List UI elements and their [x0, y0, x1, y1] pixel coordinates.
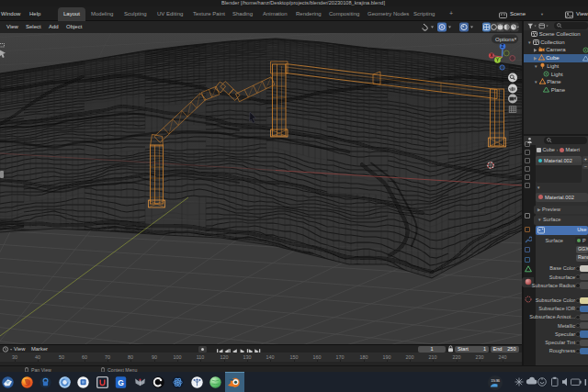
svg-text:Z: Z [502, 44, 504, 49]
svg-text:Y: Y [496, 58, 499, 62]
svg-text:G: G [118, 378, 124, 387]
svg-text:Options: Options [495, 37, 514, 42]
